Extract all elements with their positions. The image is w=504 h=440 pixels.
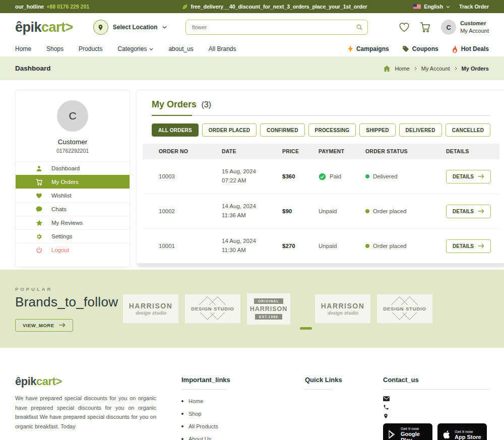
nav-categories[interactable]: Categories xyxy=(117,45,153,52)
brand-card-harrison[interactable]: HARRISON design studio xyxy=(315,294,370,323)
sidebar-item-logout[interactable]: Logout xyxy=(16,243,130,257)
details-button[interactable]: DETAILS xyxy=(446,239,491,253)
nav-about-us[interactable]: about_us xyxy=(168,45,193,52)
gear-icon xyxy=(36,233,43,240)
app-btn-store: App Store xyxy=(455,434,481,440)
horizontal-scrollbar[interactable] xyxy=(137,263,504,267)
sidebar-item-label: My Orders xyxy=(51,179,79,185)
bullet xyxy=(181,400,183,402)
filter-processing[interactable]: PROCESSING xyxy=(308,123,356,137)
arrow-right-icon xyxy=(59,323,66,328)
cart-icon[interactable] xyxy=(420,22,431,33)
footer-link-all-products[interactable]: All Products xyxy=(181,423,257,429)
phone-icon xyxy=(383,404,489,410)
search-icon[interactable] xyxy=(356,24,363,33)
footer-logo[interactable]: êpikcart> xyxy=(15,376,156,387)
details-button[interactable]: DETAILS xyxy=(446,170,491,183)
sidebar-item-dashboard[interactable]: Dashboard xyxy=(16,161,130,175)
arrow-right-icon xyxy=(478,174,484,179)
sidebar-item-settings[interactable]: Settings xyxy=(16,229,130,243)
nav-hot-deals[interactable]: Hot Deals xyxy=(452,45,489,53)
order-date-time: 07:22 AM xyxy=(222,177,246,183)
footer-link-label: All Products xyxy=(188,423,218,429)
order-no: 10002 xyxy=(159,208,222,214)
sidebar-item-my-reviews[interactable]: My Reviews xyxy=(16,216,130,229)
app-btn-subtext: Get it now xyxy=(401,426,428,431)
orders-count: (3) xyxy=(202,100,212,109)
nav-coupons[interactable]: Coupons xyxy=(402,45,438,52)
nav-all-brands[interactable]: All Brands xyxy=(209,45,236,52)
chevron-down-icon xyxy=(446,6,450,8)
promo-text: free_delivery__40_discount_for_next_3_or… xyxy=(191,4,367,10)
breadcrumb-my-orders[interactable]: My Orders xyxy=(462,66,489,72)
sidebar-item-my-orders[interactable]: My Orders xyxy=(16,175,130,188)
view-more-button[interactable]: VIEW_MORE xyxy=(15,319,73,332)
language-selector[interactable]: English xyxy=(413,4,450,10)
sidebar-item-label: Chats xyxy=(51,206,67,212)
filter-delivered[interactable]: DELIVERED xyxy=(399,123,442,137)
coupon-tag-icon xyxy=(402,45,409,52)
col-payment: PAYMENT xyxy=(319,148,365,154)
brand-card-design-studio[interactable]: DESIGN STUDIO xyxy=(377,294,432,323)
app-store-button[interactable]: Get it now App Store xyxy=(437,423,487,440)
brand-logo: HARRISON design studio xyxy=(321,302,365,316)
order-date: 14 Aug, 2024 11:30 AM xyxy=(222,237,282,255)
logo[interactable]: êpikcart> xyxy=(15,21,73,34)
hotline-number: +88 0176 229 201 xyxy=(46,4,89,10)
sidebar-item-wishlist[interactable]: Wishlist xyxy=(16,188,130,202)
home-icon xyxy=(384,66,390,72)
brand-tagline: design studio xyxy=(321,310,365,316)
google-play-button[interactable]: Get it now Google Play xyxy=(383,423,432,440)
col-date: DATE xyxy=(222,148,282,154)
brand-carousel: HARRISON design studio DESIGN STUDIO ORI… xyxy=(123,293,432,325)
google-play-icon xyxy=(388,430,397,439)
filter-confirmed[interactable]: CONFIRMED xyxy=(260,123,304,137)
payment-label: Unpaid xyxy=(319,208,337,214)
heading-underline xyxy=(305,389,333,390)
filter-all-orders[interactable]: ALL ORDERS xyxy=(152,123,199,137)
hotline: our_hotline +88 0176 229 201 xyxy=(15,4,89,10)
select-location[interactable]: Select Location xyxy=(93,20,167,35)
sidebar-item-label: My Reviews xyxy=(51,220,83,226)
breadcrumb: Home My Account My Orders xyxy=(384,66,489,72)
bullet xyxy=(181,413,183,415)
footer-link-shop[interactable]: Shop xyxy=(181,411,257,417)
sidebar-item-label: Settings xyxy=(51,233,73,239)
footer-link-about-us[interactable]: About Us xyxy=(181,436,257,440)
nav-home[interactable]: Home xyxy=(15,45,31,52)
filter-order-placed[interactable]: ORDER PLACED xyxy=(202,123,257,137)
filter-cancelled[interactable]: CANCELLED xyxy=(446,123,490,137)
wishlist-heart-icon[interactable] xyxy=(399,22,410,32)
status-label: Order placed xyxy=(373,208,406,214)
brand-card-harrison[interactable]: HARRISON design studio xyxy=(123,294,178,323)
nav-coupons-label: Coupons xyxy=(412,45,438,52)
details-button[interactable]: DETAILS xyxy=(446,205,491,218)
heading-underline xyxy=(181,389,227,390)
brands-eyebrow: POPULAR xyxy=(15,286,123,292)
account-menu[interactable]: C Customer My Account xyxy=(441,20,489,35)
col-order-no: ORDER NO xyxy=(159,148,222,154)
brand-card-original-harrison[interactable]: ORIGINAL HARRISON EST.1986 xyxy=(247,293,290,325)
brands-title: Brands_to_follow xyxy=(15,294,123,310)
carousel-indicator[interactable] xyxy=(300,327,312,330)
nav-products[interactable]: Products xyxy=(79,45,102,52)
track-order-link[interactable]: Track Order xyxy=(459,4,489,10)
breadcrumb-home[interactable]: Home xyxy=(395,66,409,72)
bullet xyxy=(181,438,183,440)
filter-shipped[interactable]: SHIPPED xyxy=(359,123,395,137)
brand-card-design-studio[interactable]: DESIGN STUDIO xyxy=(185,294,240,323)
email-icon xyxy=(383,396,489,401)
order-price: $90 xyxy=(282,208,319,214)
sidebar-item-chats[interactable]: Chats xyxy=(16,202,130,216)
orders-title: My Orders xyxy=(152,99,197,109)
footer-link-home[interactable]: Home xyxy=(181,398,257,404)
nav-shops[interactable]: Shops xyxy=(46,45,64,52)
search-input[interactable] xyxy=(185,20,368,35)
sidebar-menu: Dashboard My Orders Wishlist Chats My Re… xyxy=(16,161,130,257)
nav-campaigns[interactable]: Campaigns xyxy=(348,45,389,52)
star-icon xyxy=(36,220,43,226)
brand-name: DESIGN STUDIO xyxy=(190,305,235,312)
logo-arrow: > xyxy=(55,375,61,388)
breadcrumb-my-account[interactable]: My Account xyxy=(421,66,450,72)
breadcrumb-bar: Dashboard Home My Account My Orders xyxy=(0,56,504,80)
